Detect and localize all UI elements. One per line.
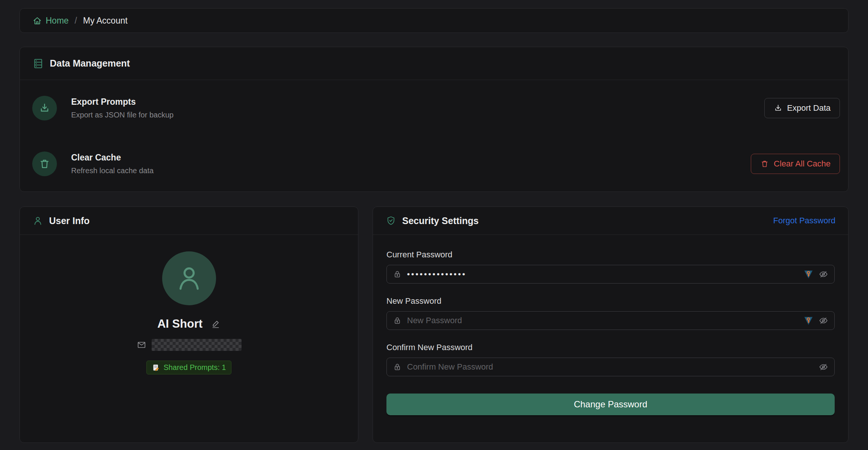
export-prompts-subtitle: Export as JSON file for backup [71, 111, 173, 119]
eye-invisible-icon[interactable] [819, 316, 828, 325]
export-prompts-row: Export Prompts Export as JSON file for b… [20, 80, 848, 136]
security-settings-title: Security Settings [402, 215, 479, 226]
download-icon [774, 104, 783, 113]
password-manager-icon[interactable] [804, 316, 813, 325]
lock-icon [393, 316, 402, 325]
clear-cache-row: Clear Cache Refresh local cache data Cle… [20, 136, 848, 192]
user-info-header: User Info [20, 207, 358, 235]
shield-check-icon [386, 215, 396, 226]
clear-cache-subtitle: Refresh local cache data [71, 166, 154, 175]
export-data-button-label: Export Data [787, 103, 831, 113]
avatar[interactable] [162, 251, 216, 305]
shared-prompts-badge: Shared Prompts: 1 [146, 361, 232, 374]
user-name: AI Short [157, 317, 203, 331]
export-prompts-icon-circle [32, 96, 57, 120]
eye-invisible-icon[interactable] [819, 362, 828, 372]
database-icon [33, 58, 44, 69]
data-management-card: Data Management Export Prompts Export as… [19, 47, 849, 192]
security-settings-card: Security Settings Forgot Password Curren… [373, 206, 849, 443]
user-email-redacted [152, 339, 242, 351]
security-settings-header: Security Settings Forgot Password [373, 207, 848, 235]
shared-prompts-badge-label: Shared Prompts: 1 [164, 363, 226, 372]
data-management-header: Data Management [20, 47, 848, 80]
user-info-card: User Info AI Short [19, 206, 358, 443]
new-password-label: New Password [386, 296, 835, 306]
clear-all-cache-button[interactable]: Clear All Cache [751, 154, 840, 174]
user-email-row [137, 339, 242, 351]
person-icon [173, 262, 205, 294]
home-icon [33, 16, 42, 25]
lock-icon [393, 270, 402, 279]
breadcrumb-home-label: Home [46, 16, 69, 26]
user-info-title: User Info [49, 215, 89, 226]
confirm-new-password-field [386, 358, 835, 376]
new-password-input[interactable] [407, 316, 804, 325]
breadcrumb-current: My Account [83, 16, 128, 26]
data-management-title: Data Management [50, 58, 130, 69]
user-icon [33, 215, 43, 226]
breadcrumb: Home / My Account [19, 8, 849, 33]
mail-icon [137, 340, 146, 350]
forgot-password-link[interactable]: Forgot Password [773, 216, 835, 226]
confirm-new-password-input[interactable] [407, 362, 819, 372]
export-prompts-title: Export Prompts [71, 97, 173, 107]
edit-icon[interactable] [211, 319, 221, 329]
export-data-button[interactable]: Export Data [764, 98, 840, 118]
breadcrumb-home-link[interactable]: Home [33, 16, 69, 26]
trash-icon [39, 158, 51, 170]
clear-cache-icon-circle [32, 151, 57, 176]
lock-icon [393, 362, 402, 371]
confirm-new-password-label: Confirm New Password [386, 343, 835, 352]
download-icon [39, 102, 51, 114]
password-manager-icon[interactable] [804, 269, 813, 279]
memo-icon [152, 364, 160, 371]
new-password-field [386, 311, 835, 330]
eye-invisible-icon[interactable] [819, 269, 828, 279]
current-password-label: Current Password [386, 250, 835, 260]
current-password-field [386, 265, 835, 284]
clear-cache-title: Clear Cache [71, 153, 154, 163]
current-password-input[interactable] [407, 270, 804, 279]
trash-icon [760, 159, 769, 168]
breadcrumb-separator: / [75, 16, 77, 26]
change-password-button[interactable]: Change Password [386, 394, 835, 415]
clear-all-cache-button-label: Clear All Cache [774, 159, 831, 169]
